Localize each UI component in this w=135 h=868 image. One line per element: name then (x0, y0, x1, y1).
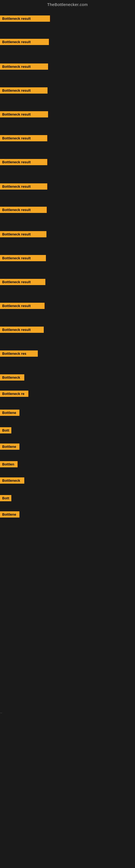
bottleneck-result-item[interactable]: Bottleneck result (0, 159, 47, 165)
bottleneck-result-item[interactable]: Bottleneck result (0, 39, 49, 45)
bottleneck-result-item[interactable]: Bottleneck result (0, 303, 45, 309)
bottleneck-result-item[interactable]: Bottlene (0, 511, 19, 518)
bottleneck-result-item[interactable]: Bottleneck result (0, 207, 47, 213)
bottleneck-result-item[interactable]: Bott (0, 427, 11, 433)
bottleneck-result-item[interactable]: Bottlen (0, 461, 17, 467)
bottleneck-result-item[interactable]: Bottlene (0, 443, 19, 450)
bottleneck-result-item[interactable]: Bottleneck result (0, 111, 48, 118)
bottleneck-result-item[interactable]: Bottleneck res (0, 350, 38, 357)
bottleneck-result-item[interactable]: Bottleneck (0, 477, 24, 484)
bottleneck-result-item[interactable]: Bottleneck result (0, 16, 50, 22)
bottleneck-result-item[interactable]: Bottleneck result (0, 87, 48, 94)
bottleneck-result-item[interactable]: Bottleneck result (0, 255, 46, 261)
bottleneck-result-item[interactable]: Bottleneck result (0, 183, 47, 190)
bottleneck-result-item[interactable]: Bottleneck (0, 374, 24, 380)
bottleneck-result-item[interactable]: Bottleneck result (0, 231, 46, 237)
bottleneck-result-item[interactable]: Bottleneck result (0, 279, 45, 285)
small-text-label: ... (0, 711, 2, 714)
bottleneck-result-item[interactable]: Bottleneck result (0, 327, 44, 333)
bottleneck-result-item[interactable]: Bottleneck result (0, 63, 48, 70)
bottleneck-result-item[interactable]: Bott (0, 495, 11, 501)
bottleneck-result-item[interactable]: Bottleneck result (0, 135, 47, 141)
bottleneck-result-item[interactable]: Bottlene (0, 410, 19, 416)
site-header: TheBottlenecker.com (0, 0, 135, 8)
bottleneck-result-item[interactable]: Bottleneck re (0, 391, 28, 397)
